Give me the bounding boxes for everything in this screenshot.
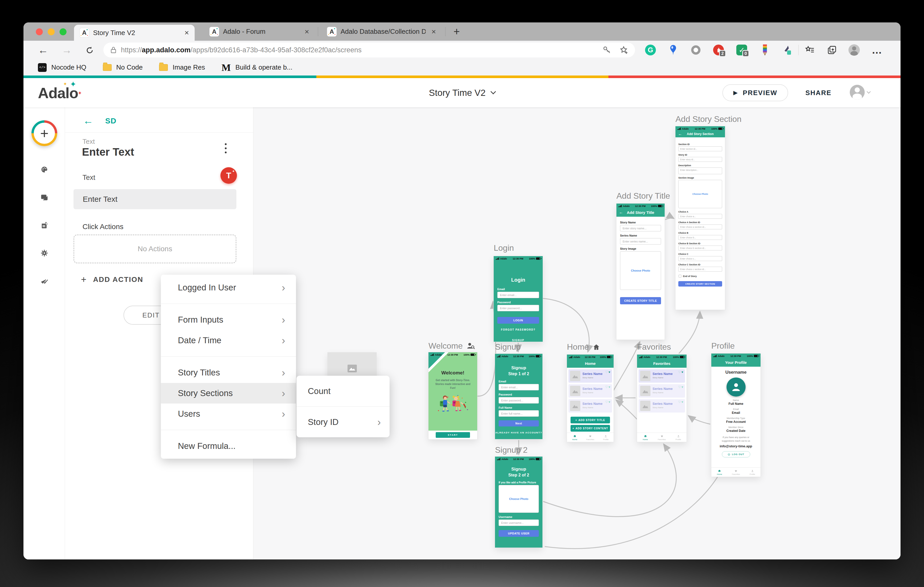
- heart-filled-icon[interactable]: ♥: [609, 400, 610, 404]
- heart-outline-icon[interactable]: ♡: [678, 370, 681, 374]
- screen-label-favorites[interactable]: Favorites: [637, 342, 671, 352]
- screen-label-add-section[interactable]: Add Story Section: [675, 114, 741, 124]
- screen-signup[interactable]: Adalo 12:30 PM 100% Signup Step 1 of 2 E…: [495, 354, 543, 439]
- heart-outline-icon[interactable]: ♡: [605, 385, 608, 389]
- choice-a-input[interactable]: Enter choice a...: [678, 214, 722, 219]
- reload-button[interactable]: [85, 46, 94, 54]
- next-button[interactable]: Next: [498, 420, 539, 426]
- heart-filled-icon[interactable]: ♥: [681, 400, 683, 404]
- tab-profile[interactable]: Profile: [670, 433, 686, 442]
- heart-outline-icon[interactable]: ♡: [605, 370, 608, 374]
- menu-item-story-titles[interactable]: Story Titles›: [161, 362, 296, 383]
- choice-b-section-id-input[interactable]: Enter choice b section id...: [678, 245, 722, 250]
- zoom-window-button[interactable]: [59, 28, 66, 35]
- password-input[interactable]: Enter password...: [497, 305, 539, 311]
- story-name-input[interactable]: Enter story name...: [620, 225, 661, 232]
- username-input[interactable]: Enter username...: [498, 520, 539, 526]
- story-card[interactable]: Series NameStory Name ♡♥: [639, 384, 685, 398]
- screen-login[interactable]: Adalo 12:30 PM 100% Login Email Enter em…: [494, 256, 543, 342]
- browser-menu-icon[interactable]: …: [871, 44, 883, 56]
- screen-add-story-section[interactable]: Adalo 12:30 PM 100% ←Add Story Section S…: [675, 126, 725, 310]
- menu-item-story-sections[interactable]: Story Sections›: [161, 383, 296, 403]
- screen-favorites[interactable]: Adalo 12:30 PM 100% Favorites Series Nam…: [637, 355, 686, 442]
- preview-button[interactable]: ▶ PREVIEW: [723, 84, 788, 101]
- signup-link[interactable]: SIGNUP: [494, 339, 543, 342]
- blocker-extension-icon[interactable]: 2: [712, 44, 725, 56]
- choice-a-section-id-input[interactable]: Enter choice a section id...: [678, 224, 722, 229]
- collections-icon[interactable]: [804, 44, 816, 56]
- menu-item-new-formula[interactable]: New Formula...: [161, 436, 296, 456]
- magic-text-button[interactable]: T✦: [220, 167, 237, 184]
- logout-button[interactable]: LOG OUT: [722, 451, 750, 457]
- choice-c-section-id-input[interactable]: Enter choice c section id...: [678, 267, 722, 271]
- screen-label-profile[interactable]: Profile: [711, 341, 735, 351]
- app-title-dropdown[interactable]: Story Time V2: [429, 78, 495, 107]
- choice-b-input[interactable]: Enter choice b...: [678, 235, 722, 240]
- settings-gear-button[interactable]: [35, 243, 54, 263]
- checker-extension-icon[interactable]: ✓0: [736, 44, 748, 56]
- screen-signup2[interactable]: Adalo 12:30 PM 100% Signup Step 2 of 2 I…: [495, 457, 543, 548]
- start-button[interactable]: START: [436, 432, 470, 438]
- text-value-input[interactable]: Enter Text: [73, 189, 236, 209]
- heart-filled-icon[interactable]: ♥: [681, 385, 683, 389]
- menu-item-users[interactable]: Users›: [161, 403, 296, 424]
- pencil-extension-icon[interactable]: [759, 44, 771, 56]
- tab-favorites[interactable]: Favorites: [653, 433, 670, 442]
- fullname-input[interactable]: Enter full name...: [498, 410, 539, 417]
- story-id-input[interactable]: Enter story id...: [678, 157, 722, 162]
- url-field[interactable]: https://app.adalo.com/apps/b92dc616-a73b…: [103, 43, 635, 58]
- close-tab-icon[interactable]: ×: [304, 27, 309, 36]
- tab-home[interactable]: Home: [637, 433, 653, 442]
- password-key-icon[interactable]: [602, 46, 611, 54]
- heart-filled-icon[interactable]: ♥: [681, 370, 683, 374]
- bookmark-nocode-hq[interactable]: </>Nocode HQ: [38, 63, 86, 72]
- create-story-section-button[interactable]: CREATE STORY SECTION: [678, 281, 722, 286]
- email-input[interactable]: Enter email...: [497, 292, 539, 298]
- tab-profile[interactable]: Profile: [744, 468, 761, 477]
- choose-photo-box[interactable]: Choose Photo: [620, 251, 661, 290]
- screen-welcome[interactable]: Adalo 12:30 PM 100% Welcome! Get started…: [429, 352, 477, 439]
- choice-c-input[interactable]: Enter choice c...: [678, 256, 722, 261]
- menu-item-form-inputs[interactable]: Form Inputs›: [161, 309, 296, 330]
- bookmark-no-code[interactable]: No Code: [103, 63, 143, 71]
- kebab-menu-icon[interactable]: [223, 141, 229, 155]
- submenu-item-count[interactable]: Count: [297, 376, 389, 406]
- tab-favorites[interactable]: Favorites: [582, 433, 598, 442]
- branding-palette-button[interactable]: [35, 160, 54, 179]
- tab-profile[interactable]: Profile: [598, 433, 614, 442]
- profile-avatar[interactable]: [726, 378, 746, 396]
- highlighter-extension-icon[interactable]: [781, 44, 793, 56]
- tab-adalo-forum[interactable]: A✦•• Adalo - Forum ×: [204, 22, 315, 41]
- add-component-button[interactable]: +: [31, 120, 57, 146]
- screen-label-welcome[interactable]: Welcome: [429, 341, 475, 351]
- section-id-input[interactable]: Enter section id...: [678, 146, 722, 151]
- adalo-logo[interactable]: Adalo✦✦✦: [38, 84, 78, 102]
- back-arrow-icon[interactable]: ←: [678, 132, 682, 136]
- tab-favorites[interactable]: Favorites: [728, 468, 744, 477]
- screen-profile[interactable]: Adalo 12:30 PM 100% Your Profile Usernam…: [711, 354, 761, 477]
- create-story-title-button[interactable]: CREATE STORY TITLE: [620, 297, 661, 304]
- add-story-title-button[interactable]: +ADD STORY TITLE: [571, 417, 610, 423]
- description-input[interactable]: Enter description...: [678, 168, 722, 174]
- story-card[interactable]: Series NameStory Name ♡♥: [568, 369, 612, 383]
- bookmark-image-res[interactable]: Image Res: [159, 63, 205, 71]
- story-card[interactable]: Series NameStory Name ♡♥: [568, 384, 612, 398]
- bookmark-build-operate[interactable]: MBuild & operate b...: [221, 62, 292, 73]
- end-of-story-checkbox[interactable]: End of Story: [678, 275, 722, 278]
- screen-label-home[interactable]: Home: [567, 342, 600, 352]
- publish-checks-button[interactable]: [35, 271, 54, 290]
- minimize-window-button[interactable]: [48, 28, 54, 35]
- screen-home[interactable]: Adalo 12:30 PM 100% Home Series NameStor…: [567, 355, 614, 442]
- series-name-input[interactable]: Enter series name...: [620, 238, 661, 245]
- screens-button[interactable]: [35, 188, 54, 207]
- tab-adalo-database[interactable]: A✦•• Adalo Database/Collection Dat ×: [322, 22, 442, 41]
- profile-avatar-icon[interactable]: [848, 44, 860, 56]
- email-input[interactable]: Enter email...: [498, 384, 539, 390]
- heart-outline-icon[interactable]: ♡: [678, 400, 681, 404]
- choose-photo-box[interactable]: Choose Photo: [498, 485, 539, 513]
- add-window-icon[interactable]: [826, 44, 838, 56]
- tab-home[interactable]: Home: [567, 433, 582, 442]
- heart-filled-icon[interactable]: ♥: [609, 385, 610, 389]
- tab-home[interactable]: Home: [711, 468, 728, 477]
- back-arrow-icon[interactable]: ←: [619, 210, 623, 215]
